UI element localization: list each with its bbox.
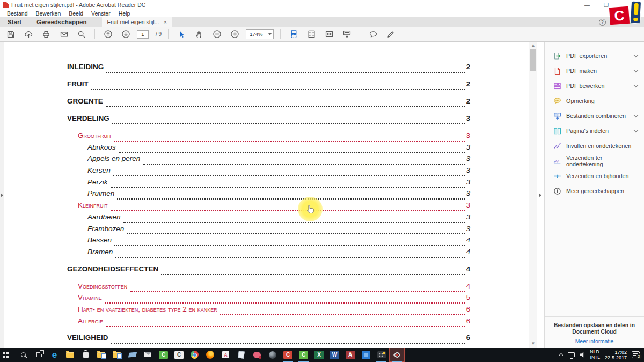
chrome-icon[interactable] xyxy=(187,348,202,362)
close-tab-icon[interactable]: × xyxy=(163,19,166,25)
toc-entry[interactable]: GEZONDHEIDSEFFECTEN4 xyxy=(67,265,470,277)
menu-bestand[interactable]: Bestand xyxy=(7,10,28,17)
hand-tool-button[interactable] xyxy=(193,28,206,40)
fit-width-button[interactable] xyxy=(323,28,335,40)
toc-entry[interactable]: Frambozen3 xyxy=(67,225,470,237)
camtasia-white-icon[interactable] xyxy=(171,348,187,362)
tab-start[interactable]: Start xyxy=(0,17,29,27)
zoom-out-button[interactable] xyxy=(210,28,223,40)
chevron-down-icon[interactable] xyxy=(634,83,638,87)
scrollbar-down-icon[interactable]: ▼ xyxy=(529,340,537,346)
access-icon[interactable] xyxy=(342,348,358,362)
print-button[interactable] xyxy=(40,28,53,40)
share-upload-button[interactable] xyxy=(22,28,35,40)
menu-beeld[interactable]: Beeld xyxy=(69,10,83,17)
scrollbar-thumb[interactable] xyxy=(530,49,536,71)
network-icon[interactable] xyxy=(568,352,575,357)
toc-entry[interactable]: Pruimen3 xyxy=(67,189,470,201)
tab-gereedschappen[interactable]: Gereedschappen xyxy=(29,17,94,27)
excel-icon[interactable] xyxy=(311,348,327,362)
highlight-button[interactable] xyxy=(384,28,397,40)
page-number-input[interactable]: 1 xyxy=(137,30,149,39)
firefox-icon[interactable] xyxy=(202,348,218,362)
start-button-icon[interactable] xyxy=(0,348,16,362)
chevron-down-icon[interactable] xyxy=(634,53,638,57)
nav-pane-expand-icon[interactable] xyxy=(1,193,3,197)
toc-entry[interactable]: FRUIT2 xyxy=(67,80,470,92)
edge-icon[interactable] xyxy=(47,348,62,362)
notepad-icon[interactable] xyxy=(233,348,249,362)
volume-icon[interactable] xyxy=(580,352,586,358)
meer-informatie-link[interactable]: Meer informatie xyxy=(553,338,635,344)
save-button[interactable] xyxy=(4,28,17,40)
menu-help[interactable]: Help xyxy=(119,10,130,17)
screen-recorder-icon[interactable] xyxy=(374,348,389,362)
zoom-in-button[interactable] xyxy=(228,28,241,40)
sidebar-item-bestanden-combineren[interactable]: Bestanden combineren xyxy=(545,108,644,123)
find-button[interactable] xyxy=(75,28,88,40)
sidebar-item-verzenden-ter-ondertekening[interactable]: Verzenden ter ondertekening xyxy=(545,153,644,168)
previous-page-button[interactable] xyxy=(101,28,114,40)
camtasia-green-icon[interactable] xyxy=(156,348,171,362)
chevron-down-icon[interactable] xyxy=(634,68,638,72)
folder-library-icon[interactable] xyxy=(109,348,125,362)
toc-entry[interactable]: Allergie6 xyxy=(67,317,470,329)
photos-icon[interactable] xyxy=(358,348,374,362)
presentation-mode-button[interactable] xyxy=(340,28,353,40)
snagit-icon[interactable] xyxy=(249,348,265,362)
action-center-icon[interactable]: 2 xyxy=(632,351,640,358)
chevron-down-icon[interactable] xyxy=(634,128,638,132)
clock[interactable]: 17:02 22-5-2017 xyxy=(605,350,627,360)
sidebar-item-pdf-bewerken[interactable]: PDF bewerken xyxy=(545,78,644,93)
minimize-button[interactable]: — xyxy=(584,2,590,8)
tools-pane-collapse-icon[interactable] xyxy=(539,193,541,197)
language-indicator[interactable]: NLD INTL xyxy=(590,350,600,360)
chevron-down-icon[interactable] xyxy=(634,113,638,117)
toc-entry[interactable]: Kersen3 xyxy=(67,166,470,178)
menu-venster[interactable]: Venster xyxy=(91,10,111,17)
sidebar-item-meer-gereedschappen[interactable]: Meer gereedschappen xyxy=(545,183,644,198)
sidebar-item-pdf-maken[interactable]: PDF maken xyxy=(545,63,644,78)
sidebar-item-paginas-indelen[interactable]: Pagina's indelen xyxy=(545,123,644,138)
toc-entry[interactable]: Abrikoos3 xyxy=(67,143,470,155)
email-button[interactable] xyxy=(57,28,70,40)
app-a-icon[interactable] xyxy=(218,348,233,362)
sphere-app-icon[interactable] xyxy=(265,348,280,362)
fit-page-button[interactable] xyxy=(305,28,318,40)
toc-entry[interactable]: VERDELING3 xyxy=(67,114,470,126)
zoom-level-select[interactable]: 174% xyxy=(246,29,274,39)
next-page-button[interactable] xyxy=(119,28,132,40)
restore-button[interactable]: ❐ xyxy=(604,2,609,8)
sidebar-item-pdf-exporteren[interactable]: PDF exporteren xyxy=(545,48,644,63)
sidebar-item-verzenden-en-bijhouden[interactable]: Verzenden en bijhouden xyxy=(545,168,644,183)
folder-documents-icon[interactable] xyxy=(93,348,109,362)
file-explorer-icon[interactable] xyxy=(62,348,78,362)
select-tool-button[interactable] xyxy=(175,28,188,40)
camtasia-recorder-icon[interactable] xyxy=(280,348,296,362)
toc-entry[interactable]: Bramen4 xyxy=(67,248,470,260)
camtasia-studio-icon[interactable] xyxy=(296,348,311,362)
vertical-scrollbar[interactable]: ▲ ▼ xyxy=(529,42,537,348)
toc-entry[interactable]: Appels en peren3 xyxy=(67,154,470,166)
tab-document[interactable]: Fruit met eigen stijl... × xyxy=(102,17,172,27)
search-icon[interactable] xyxy=(16,348,31,362)
toc-entry[interactable]: INLEIDING2 xyxy=(67,63,470,75)
threed-app-icon[interactable] xyxy=(125,348,140,362)
toc-entry[interactable]: GROENTE2 xyxy=(67,97,470,109)
sidebar-item-invullen-en-ondertekenen[interactable]: Invullen en ondertekenen xyxy=(545,138,644,153)
scroll-mode-button[interactable] xyxy=(287,28,300,40)
toc-entry[interactable]: Grootfruit3 xyxy=(67,131,470,143)
toc-entry[interactable]: Bessen4 xyxy=(67,236,470,248)
toc-entry[interactable]: Hart- en vaatziekten, diabetes type 2 en… xyxy=(67,305,470,317)
toc-entry[interactable]: VEILIGHEID6 xyxy=(67,334,470,345)
toc-entry[interactable]: Vitamine5 xyxy=(67,293,470,305)
toc-entry[interactable]: Aardbeien3 xyxy=(67,213,470,225)
menu-bewerken[interactable]: Bewerken xyxy=(36,10,61,17)
comment-button[interactable] xyxy=(367,28,379,40)
tray-expand-icon[interactable] xyxy=(558,353,564,358)
scrollbar-up-icon[interactable]: ▲ xyxy=(529,42,537,48)
help-icon[interactable]: ? xyxy=(599,19,606,26)
toc-entry[interactable]: Voedingsstoffen4 xyxy=(67,282,470,294)
toc-entry[interactable]: Perzik3 xyxy=(67,178,470,190)
acrobat-reader-icon[interactable] xyxy=(389,348,405,362)
